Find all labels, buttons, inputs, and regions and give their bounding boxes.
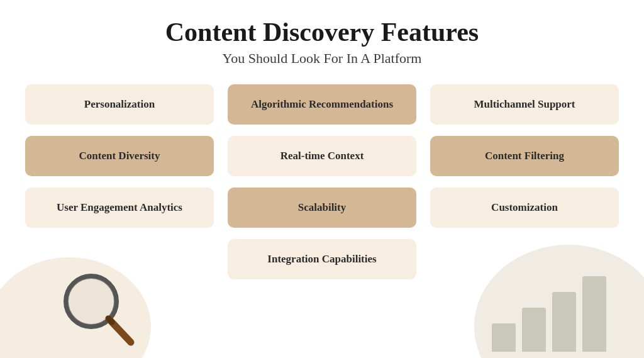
- feature-label-real-time-context: Real-time Context: [280, 149, 364, 163]
- feature-card-personalization: Personalization: [25, 84, 214, 125]
- feature-label-content-diversity: Content Diversity: [79, 149, 160, 163]
- main-title: Content Discovery Features: [25, 18, 619, 47]
- feature-card-multichannel-support: Multichannel Support: [430, 84, 619, 125]
- feature-label-scalability: Scalability: [298, 201, 347, 215]
- feature-label-content-filtering: Content Filtering: [485, 149, 564, 163]
- bar-bar3: [552, 292, 576, 352]
- svg-line-3: [108, 318, 112, 322]
- feature-card-customization: Customization: [430, 187, 619, 228]
- bar-bar4: [582, 276, 606, 352]
- feature-card-scalability: Scalability: [228, 187, 416, 228]
- page-wrapper: Content Discovery Features You Should Lo…: [0, 0, 644, 358]
- bar-bar2: [522, 308, 546, 352]
- feature-label-integration-capabilities: Integration Capabilities: [267, 252, 376, 266]
- feature-card-user-engagement-analytics: User Engagement Analytics: [25, 187, 214, 228]
- feature-label-personalization: Personalization: [84, 98, 155, 111]
- feature-card-real-time-context: Real-time Context: [228, 136, 416, 176]
- bar-bar1: [492, 323, 516, 352]
- feature-card-integration-capabilities: Integration Capabilities: [228, 239, 416, 279]
- header: Content Discovery Features You Should Lo…: [25, 18, 619, 67]
- feature-card-algorithmic-recommendations: Algorithmic Recommendations: [228, 84, 416, 125]
- feature-label-multichannel-support: Multichannel Support: [474, 98, 575, 111]
- feature-label-customization: Customization: [491, 201, 558, 215]
- main-content: Content Discovery Features You Should Lo…: [0, 0, 644, 279]
- sub-title: You Should Look For In A Platform: [25, 50, 619, 67]
- magnifier-icon: [57, 270, 138, 352]
- feature-label-algorithmic-recommendations: Algorithmic Recommendations: [251, 98, 393, 111]
- feature-label-user-engagement-analytics: User Engagement Analytics: [57, 201, 182, 215]
- bar-chart: [492, 276, 606, 352]
- feature-card-content-filtering: Content Filtering: [430, 136, 619, 176]
- feature-card-content-diversity: Content Diversity: [25, 136, 214, 176]
- feature-grid: PersonalizationAlgorithmic Recommendatio…: [25, 84, 619, 279]
